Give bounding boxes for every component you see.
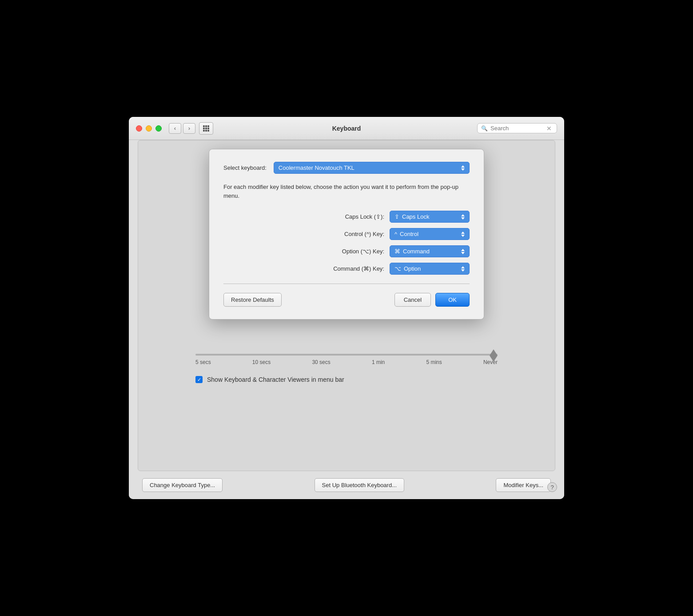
modal-description: For each modifier key listed below, choo… bbox=[223, 183, 470, 200]
keyboard-value: Coolermaster Novatouch TKL bbox=[279, 164, 354, 171]
modifier-row-caps-lock: Caps Lock (⇪): ⇪ Caps Lock bbox=[223, 211, 470, 223]
modifier-row-option: Option (⌥) Key: ⌘ Command bbox=[223, 245, 470, 257]
control-label: Control (^) Key: bbox=[300, 231, 384, 237]
control-symbol: ^ bbox=[394, 231, 397, 237]
ok-button[interactable]: OK bbox=[435, 293, 470, 307]
modifier-row-command: Command (⌘) Key: ⌥ Option bbox=[223, 263, 470, 275]
modal-overlay: Select keyboard: Coolermaster Novatouch … bbox=[129, 140, 564, 499]
search-box[interactable]: 🔍 ✕ bbox=[477, 123, 557, 133]
caps-lock-select-text: ⇪ Caps Lock bbox=[394, 213, 429, 220]
minimize-button[interactable] bbox=[146, 125, 152, 132]
command-select[interactable]: ⌥ Option bbox=[390, 263, 470, 275]
caps-lock-select[interactable]: ⇪ Caps Lock bbox=[390, 211, 470, 223]
close-button[interactable] bbox=[136, 125, 142, 132]
command-label: Command (⌘) Key: bbox=[300, 265, 384, 272]
control-arrow-icon bbox=[461, 232, 465, 237]
command-arrow-icon bbox=[461, 266, 465, 272]
search-icon: 🔍 bbox=[481, 125, 488, 132]
option-select-text: ⌘ Command bbox=[394, 248, 430, 255]
grid-button[interactable] bbox=[199, 122, 213, 135]
select-keyboard-label: Select keyboard: bbox=[223, 164, 267, 171]
traffic-lights bbox=[136, 125, 162, 132]
forward-button[interactable]: › bbox=[183, 123, 195, 134]
option-symbol: ⌘ bbox=[394, 248, 400, 255]
control-select[interactable]: ^ Control bbox=[390, 228, 470, 240]
option-label: Option (⌥) Key: bbox=[300, 248, 384, 255]
maximize-button[interactable] bbox=[155, 125, 162, 132]
command-symbol: ⌥ bbox=[394, 265, 401, 272]
restore-defaults-button[interactable]: Restore Defaults bbox=[223, 293, 282, 307]
titlebar: ‹ › Keyboard 🔍 ✕ bbox=[129, 117, 564, 140]
option-arrow-icon bbox=[461, 249, 465, 254]
modifier-row-control: Control (^) Key: ^ Control bbox=[223, 228, 470, 240]
modal-right-buttons: Cancel OK bbox=[394, 293, 470, 307]
search-clear-icon[interactable]: ✕ bbox=[546, 125, 552, 132]
cancel-button[interactable]: Cancel bbox=[394, 293, 431, 307]
window-title: Keyboard bbox=[332, 125, 361, 132]
caps-lock-label: Caps Lock (⇪): bbox=[300, 213, 384, 220]
keyboard-select[interactable]: Coolermaster Novatouch TKL bbox=[274, 162, 470, 174]
control-value: Control bbox=[400, 231, 418, 237]
grid-icon bbox=[203, 125, 209, 132]
search-input[interactable] bbox=[490, 125, 544, 132]
select-arrow-icon bbox=[461, 165, 465, 171]
modal-divider bbox=[223, 284, 470, 284]
caps-lock-symbol: ⇪ bbox=[394, 213, 399, 220]
window-content: Select keyboard: Coolermaster Novatouch … bbox=[129, 140, 564, 499]
caps-lock-arrow-icon bbox=[461, 214, 465, 220]
caps-lock-value: Caps Lock bbox=[402, 213, 429, 220]
keyboard-selector-row: Select keyboard: Coolermaster Novatouch … bbox=[223, 162, 470, 174]
modifier-keys-modal: Select keyboard: Coolermaster Novatouch … bbox=[209, 149, 484, 320]
control-select-text: ^ Control bbox=[394, 231, 418, 237]
back-button[interactable]: ‹ bbox=[169, 123, 181, 134]
modal-actions: Restore Defaults Cancel OK bbox=[223, 293, 470, 307]
nav-buttons: ‹ › bbox=[169, 123, 195, 134]
option-value: Command bbox=[403, 248, 430, 255]
command-value: Option bbox=[404, 265, 421, 272]
command-select-text: ⌥ Option bbox=[394, 265, 421, 272]
option-select[interactable]: ⌘ Command bbox=[390, 245, 470, 257]
main-window: ‹ › Keyboard 🔍 ✕ Select keyboard: bbox=[129, 117, 564, 499]
